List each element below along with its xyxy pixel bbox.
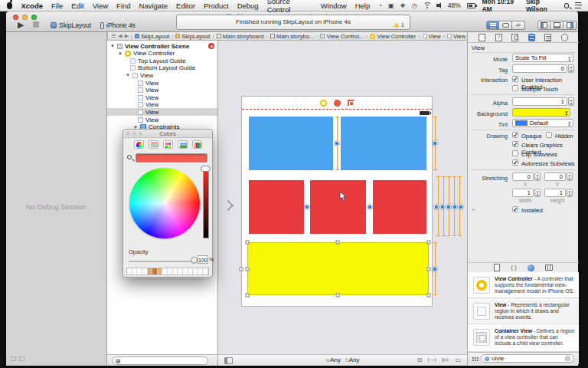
autoresize-checkbox[interactable] — [512, 159, 518, 166]
assistant-editor-button[interactable] — [499, 21, 512, 30]
quick-help-inspector-icon[interactable] — [495, 34, 502, 41]
stop-button[interactable] — [33, 21, 39, 28]
toggle-navigator-button[interactable] — [537, 21, 550, 30]
code-snippet-library-icon[interactable]: { } — [511, 264, 517, 271]
menu-source-control[interactable]: Source Control — [267, 0, 312, 14]
swatch-strip[interactable] — [126, 268, 209, 275]
layers-icon[interactable]: ❖ — [400, 2, 406, 9]
exit-icon[interactable] — [348, 100, 354, 106]
breadcrumb-group[interactable]: SkipLayout — [175, 33, 210, 40]
outline-row-bottom-layout-guide[interactable]: Bottom Layout Guide — [107, 64, 218, 72]
resize-handle[interactable] — [427, 294, 431, 297]
menu-xcode[interactable]: Xcode — [21, 2, 43, 10]
resize-handle[interactable] — [427, 241, 431, 245]
resize-handle[interactable] — [246, 268, 250, 271]
menu-navigate[interactable]: Navigate — [139, 2, 168, 10]
breadcrumb-subview[interactable]: View — [447, 33, 466, 40]
red-view-2[interactable] — [310, 180, 366, 234]
resize-handle[interactable] — [246, 241, 250, 245]
connections-inspector-icon[interactable] — [561, 34, 568, 41]
file-inspector-icon[interactable] — [479, 34, 485, 41]
menu-help[interactable]: Help — [355, 2, 371, 10]
stretch-x-field[interactable]: 0 — [512, 172, 534, 181]
sync-status-icon[interactable]: ◔ — [378, 2, 382, 9]
user-interaction-checkbox[interactable] — [512, 76, 518, 82]
standard-editor-button[interactable] — [486, 21, 499, 30]
library-view-mode-icon[interactable] — [472, 357, 474, 359]
view-controller-icon[interactable] — [320, 100, 327, 107]
constraint-knob[interactable] — [440, 205, 446, 210]
library-item-view[interactable]: View - Represents a rectangular region i… — [468, 298, 579, 324]
outline-row-subview[interactable]: View — [107, 101, 218, 109]
toggle-debug-area-button[interactable] — [550, 21, 564, 30]
scheme-selector[interactable]: SkipLayout iPhone 4s — [51, 21, 136, 29]
outline-row-subview[interactable]: View — [107, 116, 218, 123]
menu-editor[interactable]: Editor — [176, 2, 195, 10]
alpha-stepper[interactable]: ▲▼ — [568, 97, 574, 106]
color-wheel-tab-icon[interactable] — [134, 140, 144, 149]
debug-bar-icon[interactable] — [19, 356, 24, 361]
outline-row-subview-selected[interactable]: View — [107, 108, 218, 116]
menu-clock[interactable]: Mon 10:19 AM — [482, 0, 520, 13]
breadcrumb-view-controller[interactable]: View Controller — [370, 33, 416, 40]
breadcrumb-file-base[interactable]: Main.storybo... — [270, 33, 314, 40]
color-palettes-tab-icon[interactable] — [163, 140, 173, 149]
blue-view-1[interactable] — [249, 117, 333, 170]
opacity-slider-knob[interactable] — [191, 257, 198, 264]
wifi-icon[interactable] — [423, 2, 431, 9]
related-items-icon[interactable]: ☰ — [111, 33, 116, 39]
clear-filter-icon[interactable]: ✕ — [565, 356, 570, 361]
background-color-well[interactable]: ▲▼ — [512, 108, 570, 117]
close-icon[interactable] — [126, 132, 130, 136]
file-template-library-icon[interactable] — [494, 264, 500, 271]
installed-checkbox[interactable] — [512, 206, 518, 212]
constraint-knob[interactable] — [459, 205, 464, 210]
first-responder-icon[interactable] — [334, 100, 341, 107]
notification-center-icon[interactable] — [575, 2, 581, 8]
hidden-checkbox[interactable] — [546, 132, 552, 138]
storyboard-canvas[interactable] — [218, 41, 467, 354]
outline-row-root-view[interactable]: ▼View — [107, 71, 218, 79]
spotlight-search-icon[interactable] — [564, 3, 569, 8]
disclosure-triangle-icon[interactable]: ▼ — [126, 73, 130, 77]
red-view-1[interactable] — [249, 180, 304, 234]
constraint-knob[interactable] — [452, 205, 458, 210]
object-library-icon[interactable] — [528, 264, 534, 271]
image-palettes-tab-icon[interactable] — [178, 140, 188, 149]
issue-dot-icon[interactable] — [208, 43, 214, 49]
resize-handle[interactable] — [336, 294, 340, 297]
installability-add-button[interactable]: + — [472, 206, 475, 213]
stretch-x-stepper[interactable]: ▲▼ — [534, 172, 541, 181]
zoom-icon[interactable] — [139, 132, 142, 136]
library-item-container-view[interactable]: Container View - Defines a region of a v… — [468, 324, 579, 352]
library-filter-input[interactable]: uivie ✕ — [481, 354, 574, 363]
color-wheel[interactable] — [129, 168, 200, 238]
edge-handle[interactable] — [240, 268, 243, 271]
menu-file[interactable]: File — [51, 2, 63, 10]
outline-row-view-controller[interactable]: ▼View Controller — [107, 50, 218, 58]
constraint-knob[interactable] — [434, 205, 439, 210]
mode-dropdown[interactable]: Scale To Fill▲▼ — [512, 54, 573, 62]
clip-subviews-checkbox[interactable] — [512, 150, 518, 156]
minimize-icon[interactable] — [132, 132, 136, 136]
menu-find[interactable]: Find — [116, 2, 130, 10]
resize-handle[interactable] — [246, 294, 250, 297]
menu-window[interactable]: Window — [321, 2, 347, 10]
menu-debug[interactable]: Debug — [237, 2, 259, 10]
display-icon[interactable]: ▣ — [388, 2, 394, 9]
breadcrumb-scene[interactable]: View Control... — [320, 33, 364, 40]
multiple-touch-checkbox[interactable] — [512, 85, 518, 91]
constraint-knob[interactable] — [433, 141, 438, 146]
resolve-auto-layout-button[interactable]: ⊳⊦ — [442, 356, 450, 363]
menu-product[interactable]: Product — [204, 2, 229, 10]
outline-row-subview[interactable]: View — [107, 94, 218, 101]
menu-view[interactable]: View — [93, 2, 108, 10]
version-editor-button[interactable]: ⇄ — [512, 21, 525, 30]
breadcrumb-project[interactable]: SkipLayout — [135, 33, 169, 40]
time-machine-icon[interactable]: ◷ — [412, 2, 417, 9]
warning-badge[interactable]: 1 — [394, 22, 404, 28]
breadcrumb-view[interactable]: View — [423, 33, 441, 40]
battery-icon[interactable] — [467, 3, 476, 8]
breadcrumb-file[interactable]: Main.storyboard — [217, 33, 264, 40]
library-item-view-controller[interactable]: View Controller - A controller that supp… — [468, 272, 579, 298]
